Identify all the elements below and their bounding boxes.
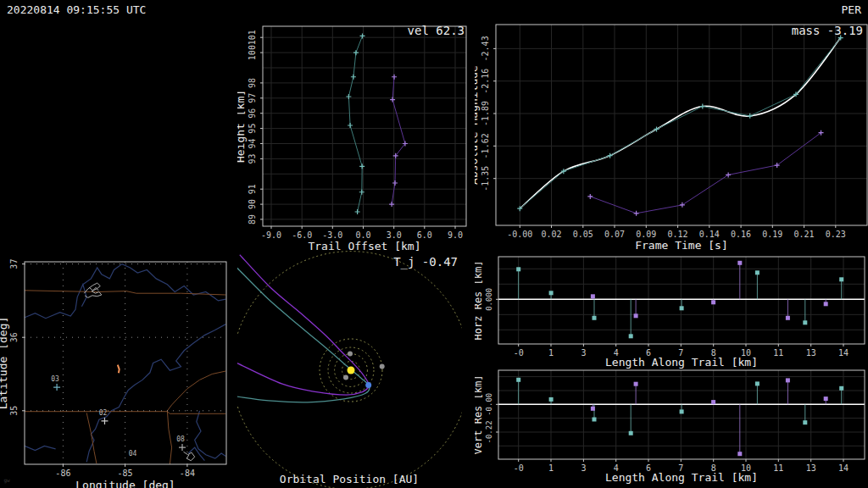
status-bar: 20220814 09:15:55 UTC PER <box>0 0 868 20</box>
x-tick-label: 14 <box>838 348 849 358</box>
plot-frame <box>263 26 466 226</box>
residual-point <box>629 431 633 435</box>
grid <box>263 26 466 226</box>
residual-point <box>824 396 828 401</box>
y-tick-label: 95 <box>248 124 257 134</box>
data-point-marker <box>392 180 398 186</box>
residual-point <box>549 291 554 295</box>
tisserand-value: T_j -0.47 <box>393 255 458 269</box>
residual-point <box>755 270 760 274</box>
data-point-marker <box>748 114 753 119</box>
series-station-03 <box>348 36 362 213</box>
residual-point <box>755 381 760 385</box>
x-tick-label: -86 <box>55 469 70 478</box>
data-point-marker <box>587 194 593 199</box>
solar-system <box>237 252 462 488</box>
x-axis-label: Longitude [deg] <box>75 479 175 488</box>
y-tick-label: 37 <box>9 259 19 269</box>
panel-orbital-position: T_j -0.47Orbital Position [AU] <box>237 251 462 488</box>
residual-point <box>824 302 828 306</box>
sun <box>348 367 355 374</box>
x-tick-label: 13 <box>806 463 816 473</box>
data-point-marker <box>351 75 356 80</box>
planet-mars <box>380 364 385 369</box>
x-tick-label: -0 <box>514 348 524 358</box>
series-station-04 <box>590 133 821 214</box>
station-label-08: 08 <box>176 435 185 443</box>
corner-value-trail: vel 62.3 <box>408 24 465 37</box>
station-marker-08 <box>179 444 186 451</box>
y-tick-label: 101 <box>248 30 257 45</box>
meteoroid-orbit-station-03 <box>237 268 370 402</box>
x-tick-label: 0.12 <box>668 230 688 239</box>
state-border <box>25 412 225 414</box>
x-tick-label: 0.0 <box>355 230 370 240</box>
y-tick-label: 89 <box>248 214 257 225</box>
grid <box>498 370 865 459</box>
x-tick-label: -6.0 <box>292 230 312 240</box>
y-tick-label: -0.22 <box>485 420 493 443</box>
residual-point <box>839 386 843 391</box>
data-point-marker <box>353 50 359 55</box>
data-point-marker <box>359 164 364 169</box>
river <box>25 446 56 450</box>
residual-point <box>591 407 595 411</box>
y-axis-label: Absolute Magnitude <box>475 65 480 185</box>
meteor-analysis-dashboard: 20220814 09:15:55 UTC PER -9.0-6.0-3.00.… <box>0 0 868 488</box>
x-tick-label: 3.0 <box>387 230 402 240</box>
y-tick-label: 94 <box>248 138 257 148</box>
residual-point <box>711 300 715 304</box>
residual-point <box>593 418 597 422</box>
residual-point <box>634 382 638 386</box>
x-axis-label: Length Along Trail [km] <box>605 471 758 484</box>
series-markers-station-04 <box>587 130 823 216</box>
station-label-03: 03 <box>51 375 59 383</box>
station-marker-03 <box>53 384 60 391</box>
residual-point <box>634 313 638 318</box>
x-tick-label: 0.21 <box>794 230 815 239</box>
x-tick-label: -9.0 <box>261 230 281 240</box>
panel-height-vs-trail-offset: -9.0-6.0-3.00.03.06.09.08990919394959697… <box>237 20 475 251</box>
station-label-04: 04 <box>129 450 137 458</box>
state-border <box>167 411 171 464</box>
state-border <box>25 291 225 295</box>
residual-point <box>593 316 597 320</box>
residual-point <box>803 420 807 424</box>
x-tick-label: 0.23 <box>826 230 846 239</box>
shower-code-badge: PER <box>842 3 861 16</box>
map-features: 03020804 <box>25 262 226 464</box>
y-tick-label: 100 <box>248 45 257 60</box>
x-tick-label: 0.19 <box>762 230 782 239</box>
y-tick-label: 97 <box>248 93 257 103</box>
y-axis-label: Height [km] <box>237 90 247 163</box>
data-point-marker <box>392 75 397 80</box>
x-tick-label: 11 <box>773 348 783 358</box>
station-label-02: 02 <box>99 409 108 417</box>
residual-point <box>629 334 633 338</box>
y-axis-label: Horz Res [km] <box>475 261 484 341</box>
x-tick-label: 3 <box>581 348 586 358</box>
grid <box>496 25 867 225</box>
x-tick-label: -0.00 <box>507 230 532 239</box>
residual-point <box>786 316 790 320</box>
data-point-marker <box>348 123 353 128</box>
x-tick-label: 13 <box>806 348 816 358</box>
x-axis-label: Length Along Trail [km] <box>605 356 758 369</box>
x-tick-label: 14 <box>838 463 849 473</box>
panel-absolute-magnitude: -0.000.020.050.070.090.120.140.160.190.2… <box>475 20 868 251</box>
x-tick-label: 6.0 <box>417 230 432 240</box>
x-tick-label: -3.0 <box>322 230 342 240</box>
residual-point <box>516 267 520 271</box>
residual-point <box>737 452 742 456</box>
city-outline <box>89 287 98 291</box>
data-point-marker <box>654 126 659 131</box>
data-point-marker <box>726 172 731 177</box>
fitted-light-curve <box>520 38 840 209</box>
data-point-marker <box>680 202 685 208</box>
residual-series-station-04 <box>591 378 828 456</box>
x-tick-label: 3 <box>581 463 586 473</box>
x-tick-label: 0.14 <box>699 230 720 239</box>
y-tick-label: -1.35 <box>481 166 490 191</box>
y-tick-label: 91 <box>248 184 257 194</box>
x-tick-label: -84 <box>180 469 195 478</box>
